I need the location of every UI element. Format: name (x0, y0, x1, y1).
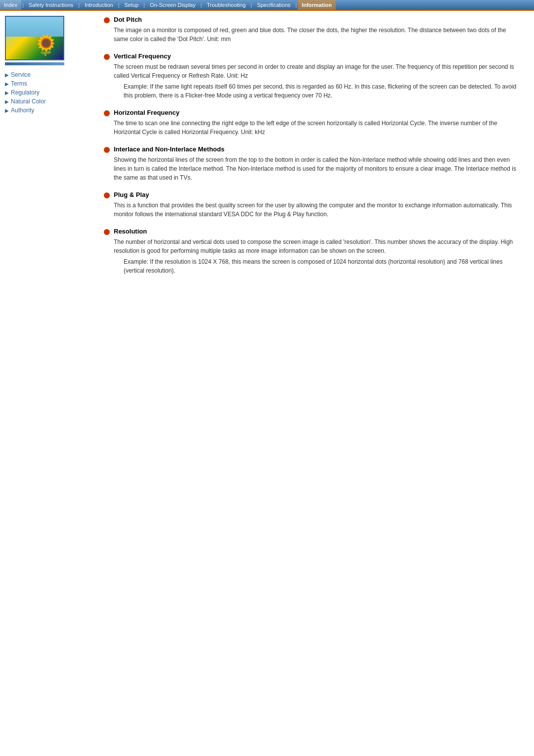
nav-separator: | (117, 2, 121, 8)
term-title: Dot Pitch (114, 16, 142, 23)
sidebar-nav: ▶Service▶Terms▶Regulatory▶Natural Color▶… (5, 70, 94, 115)
nav-item-information[interactable]: Information (298, 0, 336, 10)
term-header: Plug & Play (104, 191, 519, 198)
sidebar-item-label: Terms (11, 80, 27, 87)
sidebar-item-label: Service (11, 71, 31, 78)
nav-separator: | (250, 2, 253, 8)
term-title: Resolution (114, 228, 147, 235)
nav-item-specifications[interactable]: Specifications (253, 0, 295, 10)
bullet-icon (104, 17, 110, 23)
term-section-plug-and-play: Plug & PlayThis is a function that provi… (104, 191, 519, 219)
term-section-interlace: Interlace and Non-Interlace MethodsShowi… (104, 145, 519, 182)
term-title: Plug & Play (114, 191, 149, 198)
term-title: Interlace and Non-Interlace Methods (114, 145, 224, 153)
term-header: Dot Pitch (104, 16, 519, 23)
sidebar-item-label: Natural Color (11, 98, 46, 105)
nav-item-introduction[interactable]: Introduction (81, 0, 117, 10)
term-example: Example: If the resolution is 1024 X 768… (124, 257, 519, 275)
term-body: The image on a monitor is composed of re… (114, 26, 519, 44)
arrow-icon: ▶ (5, 81, 9, 87)
sidebar: ▶Service▶Terms▶Regulatory▶Natural Color▶… (5, 16, 94, 284)
sidebar-item-label: Regulatory (11, 89, 40, 96)
nav-item-safety-instructions[interactable]: Safety Instructions (25, 0, 78, 10)
bullet-icon (104, 192, 110, 198)
nav-item-index[interactable]: Index (0, 0, 21, 10)
nav-separator: | (77, 2, 81, 8)
term-body: The number of horizontal and vertical do… (114, 237, 519, 255)
top-navbar: Index|Safety Instructions|Introduction|S… (0, 0, 534, 11)
term-body: This is a function that provides the bes… (114, 201, 519, 219)
nav-separator: | (142, 2, 146, 8)
nav-item-troubleshooting[interactable]: Troubleshooting (203, 0, 249, 10)
sidebar-item-regulatory[interactable]: ▶Regulatory (5, 88, 94, 97)
term-body: The time to scan one line connecting the… (114, 119, 519, 137)
term-header: Vertical Frequency (104, 52, 519, 60)
term-section-dot-pitch: Dot PitchThe image on a monitor is compo… (104, 16, 519, 44)
nav-separator: | (21, 2, 25, 8)
sidebar-item-service[interactable]: ▶Service (5, 70, 94, 79)
arrow-icon: ▶ (5, 72, 9, 78)
bullet-icon (104, 110, 110, 116)
term-section-vertical-frequency: Vertical FrequencyThe screen must be red… (104, 52, 519, 100)
nav-separator: | (295, 2, 298, 8)
term-body: Showing the horizontal lines of the scre… (114, 155, 519, 182)
term-example: Example: If the same light repeats itsel… (124, 82, 519, 100)
term-header: Resolution (104, 228, 519, 235)
nav-item-on-screen-display[interactable]: On-Screen Display (146, 0, 199, 10)
nav-item-setup[interactable]: Setup (120, 0, 142, 10)
sidebar-image (5, 16, 64, 60)
bullet-icon (104, 229, 110, 235)
sidebar-item-label: Authority (11, 107, 34, 114)
arrow-icon: ▶ (5, 108, 9, 113)
bullet-icon (104, 147, 110, 153)
term-title: Horizontal Frequency (114, 109, 179, 116)
sidebar-item-terms[interactable]: ▶Terms (5, 79, 94, 88)
arrow-icon: ▶ (5, 99, 9, 104)
sidebar-item-authority[interactable]: ▶Authority (5, 106, 94, 115)
term-title: Vertical Frequency (114, 52, 171, 60)
content-area: Dot PitchThe image on a monitor is compo… (94, 16, 529, 284)
term-section-resolution: ResolutionThe number of horizontal and v… (104, 228, 519, 275)
sidebar-item-natural-color[interactable]: ▶Natural Color (5, 97, 94, 106)
sidebar-title (5, 62, 64, 65)
term-body: The screen must be redrawn several times… (114, 62, 519, 80)
term-section-horizontal-frequency: Horizontal FrequencyThe time to scan one… (104, 109, 519, 137)
bullet-icon (104, 54, 110, 60)
term-header: Horizontal Frequency (104, 109, 519, 116)
arrow-icon: ▶ (5, 90, 9, 95)
nav-separator: | (199, 2, 203, 8)
term-header: Interlace and Non-Interlace Methods (104, 145, 519, 153)
